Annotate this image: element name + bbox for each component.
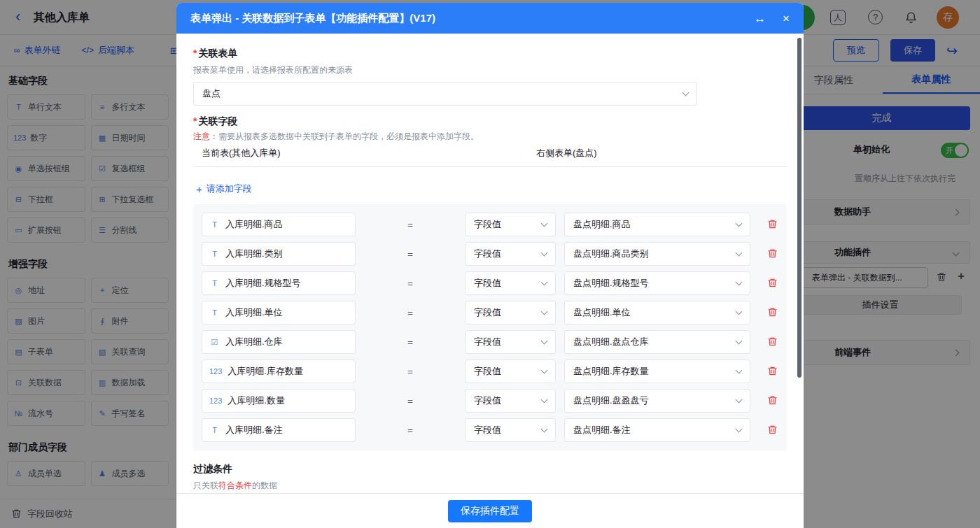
current-field-input[interactable]: ☑ 入库明细.仓库	[202, 330, 356, 354]
value-type-select[interactable]: 字段值	[465, 389, 556, 413]
required-mark: *	[193, 48, 197, 59]
chevron-down-icon	[541, 425, 548, 432]
chevron-down-icon	[541, 220, 548, 227]
save-plugin-config-button[interactable]: 保存插件配置	[448, 500, 532, 522]
filter-text-highlight[interactable]: 符合条件	[218, 480, 252, 490]
current-field-input[interactable]: 123 入库明细.库存数量	[202, 359, 356, 383]
current-field-value: 入库明细.库存数量	[227, 365, 303, 378]
field-mapping-row: 123 入库明细.库存数量 = 字段值 盘点明细.库存数量	[202, 359, 778, 383]
value-type-value: 字段值	[474, 394, 501, 407]
target-field-select[interactable]: 盘点明细.规格型号	[564, 271, 750, 295]
filter-conditions-text: 只关联符合条件的数据	[193, 480, 787, 492]
modal-title: 表单弹出 - 关联数据到子表单【功能插件配置】(V17)	[190, 12, 435, 25]
note-text: 需要从报表多选数据中关联到子表单的字段，必须是报表中添加字段。	[218, 131, 479, 141]
chevron-down-icon	[541, 308, 548, 315]
field-type-icon: 123	[209, 397, 222, 405]
chevron-down-icon	[682, 89, 690, 96]
equals-operator: =	[356, 425, 465, 436]
field-type-icon: T	[209, 220, 220, 229]
filter-text-after: 的数据	[252, 480, 277, 490]
value-type-select[interactable]: 字段值	[465, 213, 556, 236]
delete-row-icon[interactable]	[767, 219, 778, 230]
value-type-select[interactable]: 字段值	[465, 418, 556, 442]
current-field-input[interactable]: T 入库明细.商品	[202, 213, 356, 236]
close-icon[interactable]: ×	[783, 13, 790, 24]
modal-scrollbar[interactable]	[797, 38, 802, 378]
chevron-down-icon	[736, 278, 743, 285]
target-field-select[interactable]: 盘点明细.备注	[564, 418, 750, 442]
target-field-value: 盘点明细.备注	[573, 424, 631, 436]
target-field-select[interactable]: 盘点明细.库存数量	[564, 359, 750, 383]
field-mapping-row: 123 入库明细.数量 = 字段值 盘点明细.盘盈盘亏	[202, 389, 778, 413]
target-field-select[interactable]: 盘点明细.商品	[564, 213, 750, 236]
field-mapping-row: T 入库明细.类别 = 字段值 盘点明细.商品类别	[202, 242, 778, 266]
delete-row-icon[interactable]	[767, 307, 778, 318]
target-field-select[interactable]: 盘点明细.盘盈盘亏	[564, 389, 750, 413]
filter-text-before: 只关联	[193, 480, 218, 490]
add-field-link[interactable]: + 请添加字段	[196, 183, 252, 195]
current-field-input[interactable]: T 入库明细.类别	[202, 242, 356, 266]
source-form-select[interactable]: 盘点	[193, 82, 697, 106]
field-mapping-row: T 入库明细.商品 = 字段值 盘点明细.商品	[202, 213, 778, 236]
modal-header: 表单弹出 - 关联数据到子表单【功能插件配置】(V17) ↔ ×	[176, 3, 804, 34]
equals-operator: =	[356, 366, 465, 377]
related-fields-label: *关联字段	[193, 115, 787, 128]
required-mark: *	[193, 115, 197, 127]
value-type-value: 字段值	[474, 248, 501, 260]
value-type-select[interactable]: 字段值	[465, 359, 556, 383]
chevron-down-icon	[736, 249, 743, 256]
current-field-input[interactable]: T 入库明细.单位	[202, 301, 356, 324]
target-field-select[interactable]: 盘点明细.盘点仓库	[564, 330, 750, 354]
chevron-down-icon	[736, 220, 743, 227]
add-field-label: 请添加字段	[206, 183, 252, 195]
current-field-value: 入库明细.类别	[225, 248, 283, 260]
chevron-down-icon	[736, 366, 743, 373]
current-field-value: 入库明细.仓库	[225, 336, 283, 348]
target-field-value: 盘点明细.单位	[573, 306, 631, 319]
current-field-value: 入库明细.备注	[225, 424, 283, 436]
target-field-value: 盘点明细.商品类别	[573, 248, 649, 260]
target-field-select[interactable]: 盘点明细.商品类别	[564, 242, 750, 266]
current-field-input[interactable]: 123 入库明细.数量	[202, 389, 356, 413]
current-field-input[interactable]: T 入库明细.规格型号	[202, 271, 356, 295]
field-mapping-row: T 入库明细.规格型号 = 字段值 盘点明细.规格型号	[202, 271, 778, 295]
current-field-value: 入库明细.数量	[227, 394, 285, 407]
delete-row-icon[interactable]	[767, 395, 778, 406]
equals-operator: =	[356, 396, 465, 406]
value-type-value: 字段值	[474, 424, 501, 436]
value-type-select[interactable]: 字段值	[465, 301, 556, 324]
value-type-select[interactable]: 字段值	[465, 271, 556, 295]
field-type-icon: ☑	[209, 338, 220, 347]
app-root: ‹ 其他入库单 人 ? 存 ∞ 表单外链 </> 后端脚本 ⊞ 预	[0, 0, 980, 528]
mapping-column-headers: 当前表(其他入库单) 右侧表单(盘点)	[193, 147, 787, 167]
current-table-header: 当前表(其他入库单)	[202, 147, 536, 159]
value-type-value: 字段值	[474, 336, 501, 348]
related-fields-label-text: 关联字段	[198, 115, 237, 127]
current-field-value: 入库明细.单位	[225, 306, 283, 319]
delete-row-icon[interactable]	[767, 278, 778, 289]
delete-row-icon[interactable]	[767, 366, 778, 377]
value-type-select[interactable]: 字段值	[465, 242, 556, 266]
equals-operator: =	[356, 220, 465, 230]
chevron-down-icon	[541, 366, 548, 373]
chevron-down-icon	[541, 396, 548, 403]
field-type-icon: T	[209, 426, 220, 434]
chevron-down-icon	[736, 396, 743, 403]
delete-row-icon[interactable]	[767, 248, 778, 259]
target-field-select[interactable]: 盘点明细.单位	[564, 301, 750, 324]
modal-header-icons: ↔ ×	[754, 13, 790, 24]
value-type-value: 字段值	[474, 365, 501, 378]
equals-operator: =	[356, 308, 465, 318]
field-type-icon: T	[209, 308, 220, 317]
current-field-input[interactable]: T 入库明细.备注	[202, 418, 356, 442]
target-field-value: 盘点明细.库存数量	[573, 365, 649, 378]
value-type-value: 字段值	[474, 306, 501, 319]
chevron-down-icon	[541, 249, 548, 256]
fields-note: 注意：需要从报表多选数据中关联到子表单的字段，必须是报表中添加字段。	[193, 131, 787, 143]
expand-icon[interactable]: ↔	[754, 13, 766, 24]
related-form-hint: 报表菜单使用，请选择报表所配置的来源表	[193, 64, 787, 76]
delete-row-icon[interactable]	[767, 424, 778, 436]
value-type-select[interactable]: 字段值	[465, 330, 556, 354]
plus-icon: +	[196, 183, 202, 195]
delete-row-icon[interactable]	[767, 336, 778, 348]
